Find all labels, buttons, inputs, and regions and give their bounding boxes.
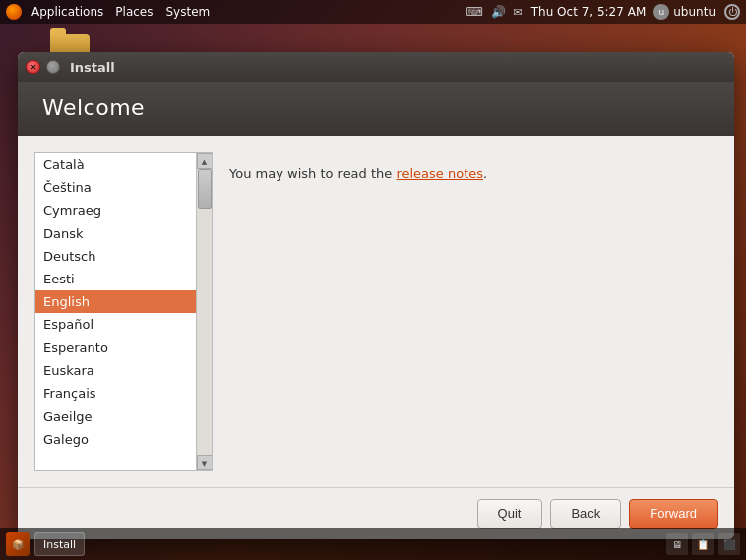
forward-button[interactable]: Forward — [629, 499, 718, 529]
username-label: ubuntu — [673, 5, 716, 19]
language-item[interactable]: Español — [35, 313, 196, 336]
language-item[interactable]: Eesti — [35, 268, 196, 290]
taskbar-install-button[interactable]: Install — [34, 532, 85, 556]
language-item[interactable]: Esperanto — [35, 336, 196, 359]
desktop: ✕ Install Welcome CatalàČeštinaCymraegDa… — [0, 24, 746, 515]
window-title: Install — [70, 60, 115, 75]
language-item[interactable]: Français — [35, 382, 196, 405]
taskbar-install-label: Install — [43, 538, 76, 551]
lang-list-wrapper: CatalàČeštinaCymraegDanskDeutschEestiEng… — [35, 153, 212, 470]
release-note-paragraph: You may wish to read the release notes. — [229, 164, 702, 185]
install-window: ✕ Install Welcome CatalàČeštinaCymraegDa… — [18, 52, 734, 539]
volume-icon: 🔊 — [491, 5, 506, 19]
welcome-heading: Welcome — [42, 95, 710, 120]
taskbar-app-icon: 📦 — [6, 532, 30, 556]
release-notes-link[interactable]: release notes — [396, 166, 483, 181]
window-content: CatalàČeštinaCymraegDanskDeutschEestiEng… — [18, 136, 734, 539]
quit-button[interactable]: Quit — [477, 499, 543, 529]
taskbar-top: Applications Places System ⌨ 🔊 ✉ Thu Oct… — [0, 0, 746, 24]
taskbar-sys-icon-3: ⬛ — [718, 533, 740, 555]
language-item[interactable]: Deutsch — [35, 245, 196, 268]
menu-system[interactable]: System — [162, 5, 213, 19]
mail-icon: ✉ — [514, 6, 523, 19]
taskbar-bottom: 📦 Install 🖥 📋 ⬛ — [0, 528, 746, 560]
right-panel: You may wish to read the release notes. — [213, 152, 718, 471]
clock-display: Thu Oct 7, 5:27 AM — [531, 5, 647, 19]
scroll-down-button[interactable] — [197, 455, 213, 470]
taskbar-sys-icon-1: 🖥 — [666, 533, 688, 555]
language-item[interactable]: English — [35, 290, 196, 313]
language-item[interactable]: Galego — [35, 428, 196, 451]
keyboard-icon: ⌨ — [466, 5, 482, 19]
scrollbar-thumb-area — [197, 169, 212, 455]
user-section: u ubuntu — [653, 4, 716, 20]
scrollbar-track — [196, 153, 212, 470]
language-item[interactable]: Dansk — [35, 222, 196, 245]
scroll-up-button[interactable] — [197, 153, 213, 169]
taskbar-sys-icon-2: 📋 — [692, 533, 714, 555]
menu-applications[interactable]: Applications — [28, 5, 106, 19]
firefox-icon — [6, 4, 22, 20]
language-item[interactable]: Euskara — [35, 359, 196, 382]
menu-places[interactable]: Places — [112, 5, 156, 19]
user-avatar: u — [653, 4, 669, 20]
language-list-container: CatalàČeštinaCymraegDanskDeutschEestiEng… — [34, 152, 213, 471]
window-close-button[interactable]: ✕ — [26, 60, 40, 74]
content-body: CatalàČeštinaCymraegDanskDeutschEestiEng… — [18, 136, 734, 487]
language-item[interactable]: Català — [35, 153, 196, 176]
language-item[interactable]: Čeština — [35, 176, 196, 199]
window-titlebar: ✕ Install — [18, 52, 734, 82]
back-button[interactable]: Back — [550, 499, 621, 529]
window-header: Welcome — [18, 82, 734, 136]
language-item[interactable]: Cymraeg — [35, 199, 196, 222]
scrollbar-thumb[interactable] — [198, 169, 212, 209]
taskbar-bottom-right: 🖥 📋 ⬛ — [666, 533, 740, 555]
release-note-after: . — [483, 166, 487, 181]
window-minimize-button[interactable] — [46, 60, 60, 74]
power-button[interactable]: ⏻ — [724, 4, 740, 20]
release-note-before: You may wish to read the — [229, 166, 396, 181]
language-item[interactable]: Gaeilge — [35, 405, 196, 428]
language-list: CatalàČeštinaCymraegDanskDeutschEestiEng… — [35, 153, 196, 470]
